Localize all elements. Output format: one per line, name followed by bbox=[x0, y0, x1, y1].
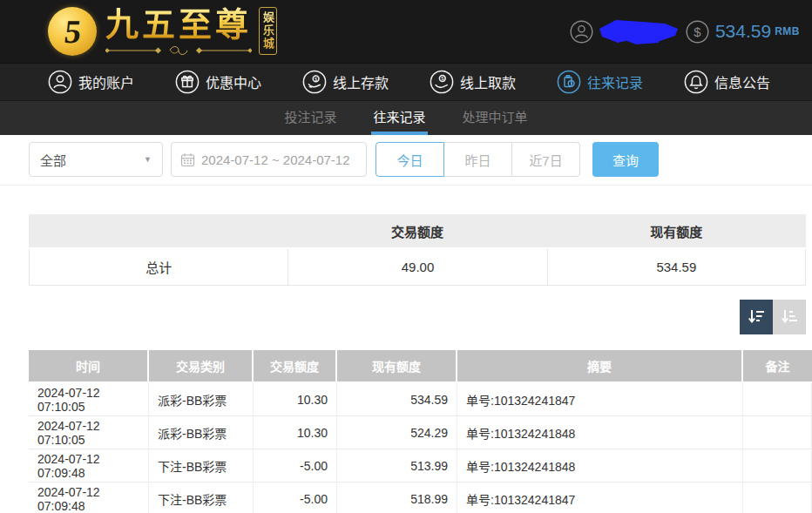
sort-ascending-button[interactable] bbox=[773, 300, 806, 334]
bell-icon bbox=[684, 70, 708, 94]
cell-amount: -5.00 bbox=[254, 483, 337, 513]
cell-type: 派彩-BB彩票 bbox=[149, 416, 254, 449]
records-table-body: 2024-07-12 07:10:05派彩-BB彩票10.30534.59单号:… bbox=[29, 383, 812, 513]
gift-icon bbox=[175, 70, 200, 94]
cell-balance: 534.59 bbox=[337, 383, 457, 416]
cell-note bbox=[743, 483, 812, 513]
cell-summary: 单号:101324241848 bbox=[457, 449, 743, 483]
records-table: 时间 交易类别 交易额度 现有额度 摘要 备注 2024-07-12 07:10… bbox=[29, 350, 812, 513]
table-row: 2024-07-12 07:10:05派彩-BB彩票10.30534.59单号:… bbox=[29, 383, 812, 416]
brand-subtitle: 娱乐城 bbox=[259, 7, 277, 55]
date-range-input[interactable]: 2024-07-12 ~ 2024-07-12 bbox=[171, 142, 367, 177]
withdraw-icon: $ bbox=[430, 70, 454, 94]
cell-balance: 524.29 bbox=[337, 416, 457, 449]
calendar-icon bbox=[180, 152, 195, 167]
sort-controls bbox=[0, 300, 812, 334]
balance-amount: 534.59 bbox=[715, 21, 771, 42]
today-button[interactable]: 今日 bbox=[376, 142, 444, 177]
summary-header-balance: 现有额度 bbox=[547, 214, 806, 249]
col-header-time: 时间 bbox=[29, 350, 149, 383]
cell-type: 派彩-BB彩票 bbox=[149, 383, 254, 416]
flourish-ornament-icon bbox=[105, 44, 252, 56]
logo-monogram-icon: 5 bbox=[48, 7, 97, 56]
col-header-type: 交易类别 bbox=[149, 350, 254, 383]
nav-item-withdraw[interactable]: $ 线上取款 bbox=[430, 70, 516, 94]
search-button[interactable]: 查询 bbox=[592, 142, 659, 177]
account-area: $ 534.59 RMB bbox=[570, 17, 800, 46]
cell-time: 2024-07-12 07:10:05 bbox=[29, 383, 149, 416]
balance-currency: RMB bbox=[775, 25, 800, 37]
cell-time: 2024-07-12 07:10:05 bbox=[29, 416, 149, 449]
cell-summary: 单号:101324241847 bbox=[457, 483, 743, 513]
summary-balance: 534.59 bbox=[547, 249, 806, 286]
cell-amount: 10.30 bbox=[254, 416, 337, 449]
deposit-icon: $ bbox=[302, 70, 327, 94]
type-select[interactable]: 全部 ▼ bbox=[29, 142, 163, 177]
table-row: 2024-07-12 07:09:48下注-BB彩票-5.00518.99单号:… bbox=[29, 483, 812, 513]
chevron-down-icon: ▼ bbox=[144, 155, 152, 164]
main-nav: 我的账户 优惠中心 $ 线上存款 bbox=[0, 63, 812, 100]
cell-type: 下注-BB彩票 bbox=[149, 483, 254, 513]
nav-item-announcements[interactable]: 信息公告 bbox=[684, 70, 770, 94]
table-row: 2024-07-12 07:09:48下注-BB彩票-5.00513.99单号:… bbox=[29, 449, 812, 483]
sort-ascending-icon bbox=[780, 307, 799, 327]
nav-item-transaction-records[interactable]: 往来记录 bbox=[557, 70, 643, 94]
col-header-balance: 现有额度 bbox=[337, 350, 457, 383]
table-row: 2024-07-12 07:10:05派彩-BB彩票10.30524.29单号:… bbox=[29, 416, 812, 449]
summary-header-trade-amount: 交易额度 bbox=[288, 214, 546, 249]
col-header-note: 备注 bbox=[743, 350, 812, 383]
nav-item-my-account[interactable]: 我的账户 bbox=[48, 70, 134, 94]
summary-header-empty bbox=[29, 214, 288, 249]
summary-total-label: 总计 bbox=[29, 249, 288, 286]
record-subtabs: 投注记录 往来记录 处理中订单 bbox=[0, 100, 812, 135]
svg-text:$: $ bbox=[694, 24, 701, 39]
cell-amount: 10.30 bbox=[254, 383, 337, 416]
col-header-amount: 交易额度 bbox=[254, 350, 337, 383]
username-redaction-scribble bbox=[597, 17, 680, 46]
top-header-bar: 5 九五至尊 娱乐城 bbox=[0, 0, 812, 63]
tab-betting-records[interactable]: 投注记录 bbox=[282, 101, 338, 135]
tab-pending-orders[interactable]: 处理中订单 bbox=[461, 101, 530, 135]
sort-descending-button[interactable] bbox=[740, 300, 773, 334]
user-avatar-icon[interactable] bbox=[570, 20, 593, 44]
cell-summary: 单号:101324241848 bbox=[457, 416, 743, 449]
cell-time: 2024-07-12 07:09:48 bbox=[29, 449, 149, 483]
cell-balance: 518.99 bbox=[337, 483, 457, 513]
site-logo[interactable]: 5 九五至尊 娱乐城 bbox=[48, 7, 277, 57]
cell-amount: -5.00 bbox=[254, 449, 337, 483]
currency-icon: $ bbox=[686, 20, 709, 44]
cell-time: 2024-07-12 07:09:48 bbox=[29, 483, 149, 513]
tab-transaction-records[interactable]: 往来记录 bbox=[371, 101, 427, 135]
quick-date-group: 今日 昨日 近7日 bbox=[376, 142, 580, 177]
yesterday-button[interactable]: 昨日 bbox=[443, 142, 512, 177]
col-header-summary: 摘要 bbox=[457, 350, 743, 383]
last7days-button[interactable]: 近7日 bbox=[511, 142, 580, 177]
cell-balance: 513.99 bbox=[337, 449, 457, 483]
user-icon bbox=[48, 70, 72, 94]
summary-table: 交易额度 现有额度 总计 49.00 534.59 bbox=[29, 214, 806, 286]
cell-summary: 单号:101324241847 bbox=[457, 383, 743, 416]
records-icon bbox=[557, 70, 581, 94]
cell-type: 下注-BB彩票 bbox=[149, 449, 254, 483]
brand-title: 九五至尊 bbox=[105, 7, 252, 44]
nav-item-promotions[interactable]: 优惠中心 bbox=[175, 70, 261, 94]
cell-note bbox=[743, 383, 812, 416]
cell-note bbox=[743, 449, 812, 483]
date-range-value: 2024-07-12 ~ 2024-07-12 bbox=[201, 152, 350, 167]
summary-trade-amount: 49.00 bbox=[288, 249, 546, 286]
sort-descending-icon bbox=[747, 307, 766, 327]
type-select-value: 全部 bbox=[40, 151, 66, 169]
filter-section: 全部 ▼ 2024-07-12 ~ 2024-07-12 今日 昨日 近7日 查… bbox=[0, 135, 812, 186]
cell-note bbox=[743, 416, 812, 449]
summary-row: 总计 49.00 534.59 bbox=[29, 249, 806, 286]
nav-item-deposit[interactable]: $ 线上存款 bbox=[302, 70, 389, 94]
